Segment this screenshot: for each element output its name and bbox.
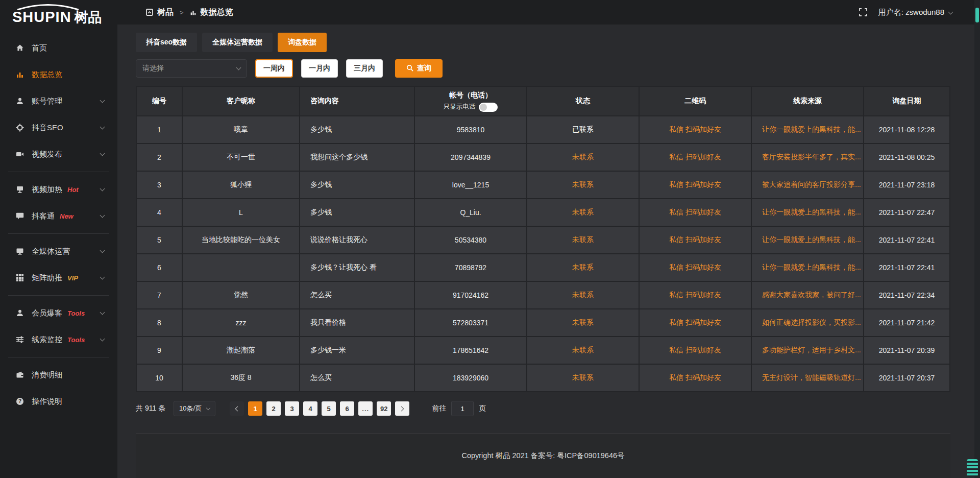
breadcrumb-app[interactable]: 树品	[157, 7, 174, 18]
cell-qrcode-link[interactable]: 私信 扫码加好友	[639, 364, 751, 392]
screen-icon	[15, 185, 24, 194]
page-button[interactable]: 1	[248, 401, 262, 416]
page-size-select[interactable]: 10条/页	[174, 401, 215, 416]
cell-qrcode-link[interactable]: 私信 扫码加好友	[639, 281, 751, 309]
range-month-button[interactable]: 一月内	[301, 59, 338, 78]
table-row: 1 哦章 多少钱 9583810 已联系 私信 扫码加好友 让你一眼就爱上的黑科…	[136, 116, 950, 144]
prev-page-button[interactable]	[230, 401, 244, 416]
page-button[interactable]: 6	[340, 401, 354, 416]
user-icon	[15, 97, 24, 106]
chevron-down-icon	[236, 65, 241, 70]
sidebar-item-help[interactable]: ? 操作说明	[0, 388, 117, 415]
sidebar-item-label: 会员爆客	[32, 308, 62, 318]
cell-qrcode-link[interactable]: 私信 扫码加好友	[639, 144, 751, 171]
sidebar-item-label: 抖音SEO	[32, 123, 63, 133]
sidebar-item-member-baoke[interactable]: 会员爆客 Tools	[0, 300, 117, 326]
phone-only-toggle[interactable]	[479, 103, 498, 112]
fullscreen-icon[interactable]	[859, 8, 867, 16]
cell-qrcode-link[interactable]: 私信 扫码加好友	[639, 116, 751, 144]
cell-no: 1	[136, 116, 182, 144]
cell-content: 怎么买	[300, 364, 414, 392]
sidebar-item-label: 线索监控	[32, 335, 62, 345]
scrollbar-track[interactable]	[974, 0, 980, 478]
range-quarter-button[interactable]: 三月内	[346, 59, 383, 78]
sidebar-item-douketong[interactable]: 抖客通 New	[0, 203, 117, 229]
tab-omni-media-data[interactable]: 全媒体运营数据	[202, 33, 273, 52]
sidebar-item-account-mgmt[interactable]: 账号管理	[0, 88, 117, 114]
cell-content: 多少钱	[300, 199, 414, 226]
table-row: 9 潮起潮落 多少钱一米 178651642 未联系 私信 扫码加好友 多功能护…	[136, 337, 950, 364]
table-row: 6 多少钱？让我死心 看 70898792 未联系 私信 扫码加好友 让你一眼就…	[136, 254, 950, 281]
col-no: 编号	[136, 86, 182, 116]
cell-source-link[interactable]: 无主灯设计，智能磁吸轨道灯...	[751, 364, 864, 392]
sidebar-item-data-overview[interactable]: 数据总览	[0, 61, 117, 88]
sidebar-item-douyin-seo[interactable]: 抖音SEO	[0, 114, 117, 141]
app-logo: SHUPIN 树品	[0, 0, 117, 32]
tools-badge: Tools	[67, 309, 85, 317]
goto-label: 前往	[432, 404, 446, 413]
page-button[interactable]: 4	[303, 401, 317, 416]
next-page-button[interactable]	[395, 401, 409, 416]
cell-source-link[interactable]: 让你一眼就爱上的黑科技，能...	[751, 116, 864, 144]
cell-no: 10	[136, 364, 182, 392]
page-button[interactable]: 92	[377, 401, 391, 416]
sidebar-item-matrix-boost[interactable]: 矩阵助推 VIP	[0, 265, 117, 291]
breadcrumb-page: 数据总览	[201, 7, 233, 18]
cell-source-link[interactable]: 被大家追着问的客厅投影分享...	[751, 171, 864, 199]
tab-douyin-seo-data[interactable]: 抖音seo数据	[136, 33, 197, 52]
sidebar-divider	[8, 357, 109, 357]
cell-qrcode-link[interactable]: 私信 扫码加好友	[639, 254, 751, 281]
cell-source-link[interactable]: 感谢大家喜欢我家，被问了好...	[751, 281, 864, 309]
table-row: 4 L 多少钱 Q_Liu. 未联系 私信 扫码加好友 让你一眼就爱上的黑科技，…	[136, 199, 950, 226]
col-date: 询盘日期	[864, 86, 950, 116]
floating-widget[interactable]	[967, 459, 978, 476]
chat-bubble-icon	[15, 211, 24, 221]
sidebar-item-omni-media[interactable]: 全媒体运营	[0, 238, 117, 265]
cell-qrcode-link[interactable]: 私信 扫码加好友	[639, 337, 751, 364]
cell-source-link[interactable]: 如何正确选择投影仪，买投影...	[751, 309, 864, 337]
goto-page-input[interactable]	[451, 401, 474, 416]
user-menu[interactable]: 用户名: zswodun88	[878, 8, 952, 17]
sidebar-item-video-boost[interactable]: 视频加热 Hot	[0, 176, 117, 203]
cell-qrcode-link[interactable]: 私信 扫码加好友	[639, 226, 751, 254]
filter-bar: 请选择 一周内 一月内 三月内 查询	[136, 59, 950, 78]
cell-nickname: 不可一世	[182, 144, 300, 171]
cell-qrcode-link[interactable]: 私信 扫码加好友	[639, 171, 751, 199]
cell-nickname: 哦章	[182, 116, 300, 144]
account-select[interactable]: 请选择	[136, 59, 247, 78]
sidebar-divider	[8, 233, 109, 234]
page-button[interactable]: ...	[358, 401, 373, 416]
cell-account: 183929060	[414, 364, 527, 392]
tab-inquiry-data[interactable]: 询盘数据	[278, 33, 327, 52]
sidebar-item-label: 操作说明	[32, 397, 62, 407]
scrollbar-thumb[interactable]	[975, 8, 979, 22]
search-button[interactable]: 查询	[395, 59, 443, 78]
cell-account: 9583810	[414, 116, 527, 144]
cell-source-link[interactable]: 客厅安装投影半年多了，真实...	[751, 144, 864, 171]
sidebar-item-lead-monitor[interactable]: 线索监控 Tools	[0, 326, 117, 353]
cell-source-link[interactable]: 让你一眼就爱上的黑科技，能...	[751, 226, 864, 254]
cell-no: 9	[136, 337, 182, 364]
sidebar-item-spend-detail[interactable]: 消费明细	[0, 362, 117, 388]
sidebar: SHUPIN 树品 首页 数据总览 账号管理 抖音SEO 视频发布	[0, 0, 117, 478]
cell-date: 2021-11-07 22:41	[864, 226, 950, 254]
main-area: 树品 > 数据总览 用户名: zswodun88 抖音seo数据 全媒体运营数据…	[117, 0, 980, 478]
cell-no: 6	[136, 254, 182, 281]
page-button[interactable]: 3	[285, 401, 299, 416]
page-button[interactable]: 2	[266, 401, 281, 416]
cell-qrcode-link[interactable]: 私信 扫码加好友	[639, 309, 751, 337]
cell-content: 说说价格让我死心	[300, 226, 414, 254]
cell-source-link[interactable]: 让你一眼就爱上的黑科技，能...	[751, 199, 864, 226]
video-camera-icon	[15, 150, 24, 159]
range-week-button[interactable]: 一周内	[255, 59, 293, 78]
sidebar-item-video-publish[interactable]: 视频发布	[0, 141, 117, 168]
page-button[interactable]: 5	[322, 401, 336, 416]
cell-qrcode-link[interactable]: 私信 扫码加好友	[639, 199, 751, 226]
sidebar-item-home[interactable]: 首页	[0, 35, 117, 61]
report-icon	[146, 9, 153, 16]
cell-source-link[interactable]: 多功能护栏灯，适用于乡村文...	[751, 337, 864, 364]
cell-account: 917024162	[414, 281, 527, 309]
cell-source-link[interactable]: 让你一眼就爱上的黑科技，能...	[751, 254, 864, 281]
breadcrumb-separator: >	[180, 9, 184, 16]
cell-date: 2021-11-07 22:34	[864, 281, 950, 309]
